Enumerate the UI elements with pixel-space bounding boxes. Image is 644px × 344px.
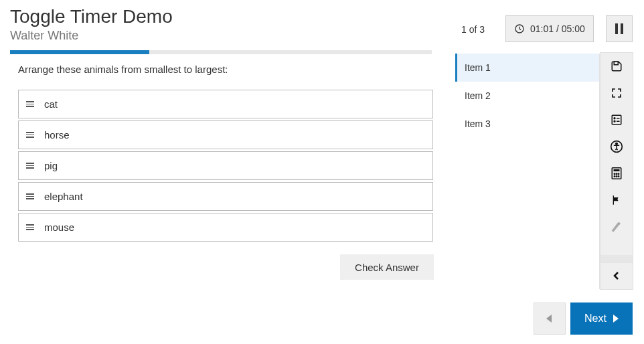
svg-rect-2 xyxy=(621,23,623,34)
collapse-rail-button[interactable] xyxy=(600,262,633,289)
rail-grip xyxy=(600,256,633,262)
save-icon xyxy=(611,60,623,72)
review-icon xyxy=(611,114,623,126)
question-area: Arrange these animals from smallest to l… xyxy=(18,64,433,242)
nav-item-3[interactable]: Item 3 xyxy=(455,110,599,138)
nav-item-1[interactable]: Item 1 xyxy=(455,54,599,82)
sort-item-label: elephant xyxy=(44,191,83,202)
sortable-list: cat horse pig elephant mouse xyxy=(18,90,433,242)
save-button[interactable] xyxy=(600,53,633,80)
fullscreen-button[interactable] xyxy=(600,80,633,106)
sort-item-label: horse xyxy=(44,129,70,141)
nav-item-label: Item 1 xyxy=(465,62,491,73)
nav-item-label: Item 3 xyxy=(465,118,491,129)
drag-handle-icon xyxy=(25,163,35,169)
sort-item[interactable]: mouse xyxy=(18,213,433,242)
pause-button[interactable] xyxy=(606,15,633,42)
line-reader-icon xyxy=(611,222,623,232)
page-title: Toggle Timer Demo xyxy=(10,7,173,27)
item-counter: 1 of 3 xyxy=(461,24,485,35)
svg-point-7 xyxy=(614,120,615,122)
triangle-left-icon xyxy=(546,315,553,323)
triangle-right-icon xyxy=(612,315,619,323)
svg-rect-4 xyxy=(612,115,621,124)
svg-point-15 xyxy=(618,173,619,175)
svg-rect-3 xyxy=(614,62,618,65)
nav-item-2[interactable]: Item 2 xyxy=(455,82,599,110)
drag-handle-icon xyxy=(25,224,35,230)
svg-point-18 xyxy=(618,176,619,177)
calculator-button[interactable] xyxy=(600,160,633,187)
svg-point-16 xyxy=(614,176,615,177)
sort-item[interactable]: elephant xyxy=(18,182,433,211)
accessibility-icon xyxy=(610,140,623,153)
header: Toggle Timer Demo Walter White xyxy=(10,7,173,43)
clock-icon xyxy=(514,23,525,34)
timer-display[interactable]: 01:01 / 05:00 xyxy=(505,15,594,42)
sort-item-label: cat xyxy=(44,98,58,110)
review-button[interactable] xyxy=(600,106,633,133)
sort-item[interactable]: pig xyxy=(18,151,433,180)
nav-item-label: Item 2 xyxy=(465,90,491,101)
svg-point-17 xyxy=(616,176,617,177)
previous-button[interactable] xyxy=(534,303,566,335)
progress-fill xyxy=(10,50,149,54)
fullscreen-icon xyxy=(611,88,622,98)
pause-icon xyxy=(615,23,624,34)
next-button[interactable]: Next xyxy=(570,303,633,335)
progress-bar xyxy=(10,50,432,54)
calculator-icon xyxy=(611,167,622,179)
accessibility-button[interactable] xyxy=(600,133,633,160)
author-name: Walter White xyxy=(10,29,173,43)
timer-text: 01:01 / 05:00 xyxy=(530,23,585,34)
tool-rail xyxy=(600,52,633,290)
sort-item[interactable]: cat xyxy=(18,90,433,118)
svg-point-5 xyxy=(614,118,615,119)
sort-item[interactable]: horse xyxy=(18,120,433,149)
sort-item-label: mouse xyxy=(44,222,74,233)
chevron-left-icon xyxy=(613,271,620,280)
next-label: Next xyxy=(584,313,607,325)
drag-handle-icon xyxy=(25,101,35,107)
drag-handle-icon xyxy=(25,193,35,199)
line-reader-button xyxy=(600,213,633,240)
sort-item-label: pig xyxy=(44,160,58,171)
flag-icon xyxy=(611,194,622,206)
svg-rect-12 xyxy=(614,169,620,171)
svg-point-10 xyxy=(616,143,618,145)
check-answer-button[interactable]: Check Answer xyxy=(340,254,434,280)
question-prompt: Arrange these animals from smallest to l… xyxy=(18,64,433,75)
item-navigation: Item 1 Item 2 Item 3 xyxy=(455,54,600,289)
drag-handle-icon xyxy=(25,132,35,138)
svg-point-14 xyxy=(616,173,617,175)
flag-button[interactable] xyxy=(600,187,633,213)
svg-rect-1 xyxy=(615,23,618,34)
svg-point-13 xyxy=(614,173,615,175)
